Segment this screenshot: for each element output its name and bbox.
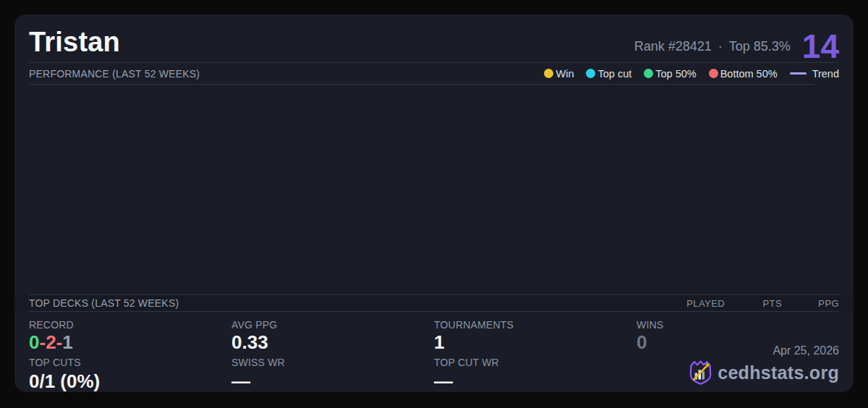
legend-label: Win	[556, 68, 574, 80]
rank-number: Rank #28421	[634, 39, 712, 54]
legend-item-win[interactable]: Win	[544, 68, 574, 80]
top-decks-section-title: TOP DECKS (LAST 52 WEEKS)	[29, 297, 179, 309]
column-header-pts: PTS	[725, 298, 782, 309]
record-draws: 1	[62, 331, 72, 353]
top-cut-wr-label: TOP CUT WR	[434, 357, 637, 370]
win-dot-icon	[544, 69, 553, 78]
top-decks-columns: PLAYED PTS PPG	[668, 298, 839, 309]
record-label: RECORD	[29, 319, 231, 332]
column-header-ppg: PPG	[782, 298, 839, 309]
card-footer: Apr 25, 2026 cedhstats.org	[689, 344, 839, 385]
card-header: Tristan Rank #28421 · Top 85.3% 14	[14, 14, 854, 62]
tournaments-value: 1	[434, 332, 637, 352]
stat-column-record: RECORD 0-2-1 TOP CUTS 0/1 (0%)	[29, 319, 231, 392]
avg-ppg-value: 0.33	[231, 332, 434, 352]
legend-item-bottom-50[interactable]: Bottom 50%	[709, 68, 778, 80]
rank-separator: ·	[718, 39, 723, 54]
trend-line-icon	[790, 72, 807, 75]
chart-legend: Win Top cut Top 50% Bottom 50% Trend	[544, 68, 839, 80]
top-50-dot-icon	[644, 69, 653, 78]
stat-column-tournaments: TOURNAMENTS 1 TOP CUT WR —	[434, 319, 637, 392]
performance-section-title: PERFORMANCE (LAST 52 WEEKS)	[29, 68, 200, 80]
legend-item-top-50[interactable]: Top 50%	[644, 68, 696, 80]
legend-item-trend[interactable]: Trend	[790, 68, 839, 80]
legend-label: Top 50%	[655, 68, 696, 80]
brand-name: cedhstats.org	[718, 362, 839, 383]
header-right: Rank #28421 · Top 85.3% 14	[634, 32, 839, 62]
record-value: 0-2-1	[29, 332, 231, 352]
avg-ppg-label: AVG PPG	[231, 319, 434, 332]
tournaments-label: TOURNAMENTS	[434, 319, 637, 332]
cedhstats-logo-icon	[689, 360, 712, 385]
column-header-played: PLAYED	[668, 298, 725, 309]
swiss-wr-label: SWISS WR	[231, 357, 434, 370]
footer-date: Apr 25, 2026	[689, 344, 839, 357]
player-score: 14	[802, 32, 839, 62]
record-wins: 0	[29, 331, 39, 353]
legend-label: Trend	[812, 68, 839, 80]
rank-text: Rank #28421 · Top 85.3%	[634, 39, 791, 62]
player-stats-card: Tristan Rank #28421 · Top 85.3% 14 PERFO…	[14, 14, 854, 392]
record-sep1: -	[39, 331, 46, 353]
legend-label: Top cut	[597, 68, 631, 80]
top-percent: Top 85.3%	[729, 39, 791, 54]
performance-header-row: PERFORMANCE (LAST 52 WEEKS) Win Top cut …	[14, 63, 854, 84]
swiss-wr-value: —	[231, 371, 434, 392]
brand-row[interactable]: cedhstats.org	[689, 360, 839, 385]
top-cuts-label: TOP CUTS	[29, 357, 231, 370]
top-cuts-value: 0/1 (0%)	[29, 371, 231, 392]
performance-chart	[14, 85, 854, 294]
wins-label: WINS	[637, 319, 839, 332]
record-losses: 2	[46, 331, 56, 353]
top-cut-wr-value: —	[434, 371, 637, 392]
bottom-50-dot-icon	[709, 69, 718, 78]
stat-column-avg-ppg: AVG PPG 0.33 SWISS WR —	[231, 319, 434, 392]
legend-item-top-cut[interactable]: Top cut	[586, 68, 631, 80]
top-cut-dot-icon	[586, 69, 595, 78]
legend-label: Bottom 50%	[720, 68, 778, 80]
record-sep2: -	[56, 331, 63, 353]
top-decks-header-row: TOP DECKS (LAST 52 WEEKS) PLAYED PTS PPG	[14, 295, 854, 311]
page-title: Tristan	[29, 28, 120, 62]
